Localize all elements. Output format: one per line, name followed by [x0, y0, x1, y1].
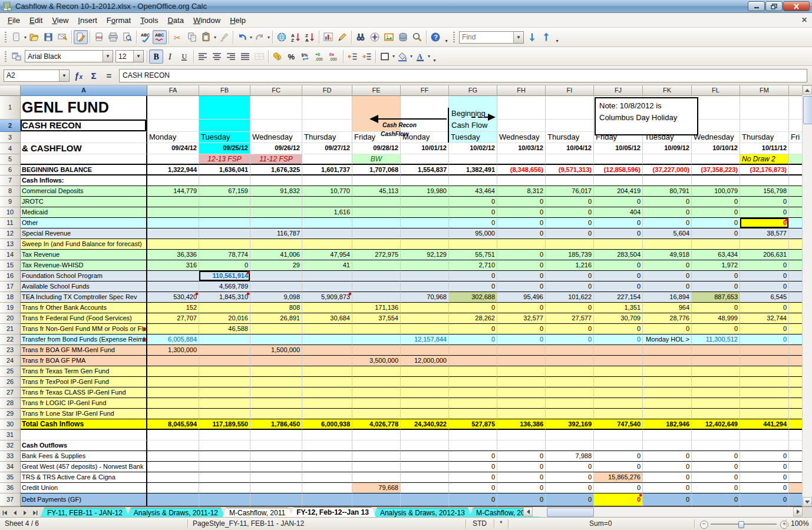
cell-FN12[interactable] — [789, 228, 803, 239]
cell-FK11[interactable]: 0 — [643, 218, 692, 228]
cell-FF25[interactable] — [401, 366, 449, 377]
cell-FF23[interactable] — [401, 345, 449, 356]
cell-FB17[interactable]: 4,569,789 — [199, 281, 250, 292]
cell-FM22[interactable]: 0 — [740, 334, 789, 345]
cell-A37[interactable]: Debt Payments (GF) — [21, 493, 147, 506]
cell-FL31[interactable] — [692, 430, 740, 440]
cell-FG30[interactable]: 527,875 — [449, 419, 497, 430]
row-header-15[interactable]: 15 — [0, 260, 21, 271]
cell-FN2[interactable] — [789, 120, 803, 132]
cell-FE21[interactable] — [352, 324, 401, 334]
cell-FD18[interactable]: 5,909,873 — [302, 292, 352, 303]
cell-FC4[interactable]: 09/26/12 — [250, 143, 302, 154]
cell-FG27[interactable] — [449, 387, 497, 398]
cell-FB1[interactable] — [199, 96, 250, 120]
page-style[interactable]: PageStyle_FY-11, FEB-11 - JAN-12 — [193, 518, 304, 530]
sum-button[interactable]: Σ — [86, 68, 101, 82]
cell-FE36[interactable]: 79,668 — [352, 483, 401, 493]
cell-FD8[interactable]: 10,770 — [302, 186, 352, 197]
cell-FD13[interactable] — [302, 239, 352, 250]
cell-FJ21[interactable]: 0 — [594, 324, 643, 334]
cell-FA4[interactable]: 09/24/12 — [147, 143, 199, 154]
cell-FJ36[interactable]: 0 — [594, 483, 643, 493]
cell-FI31[interactable] — [546, 430, 594, 440]
cell-FD3[interactable]: Thursday — [302, 132, 352, 143]
cell-FE28[interactable] — [352, 398, 401, 409]
cell-FL5[interactable] — [692, 154, 740, 165]
cell-FI26[interactable] — [546, 377, 594, 387]
cell-FD14[interactable]: 47,954 — [302, 250, 352, 260]
cell-FB28[interactable] — [199, 398, 250, 409]
cell-FN1[interactable] — [789, 96, 803, 120]
cell-FI9[interactable]: 0 — [546, 197, 594, 207]
cell-FC18[interactable]: 9,098 — [250, 292, 302, 303]
cell-FM26[interactable] — [740, 377, 789, 387]
cell-FK21[interactable]: 0 — [643, 324, 692, 334]
cell-FE26[interactable] — [352, 377, 401, 387]
cell-FK32[interactable] — [643, 440, 692, 451]
cell-FF31[interactable] — [401, 430, 449, 440]
cell-FI35[interactable]: 0 — [546, 472, 594, 483]
cell-A4[interactable]: & CASHFLOW — [21, 143, 147, 154]
cell-FN4[interactable] — [789, 143, 803, 154]
cell-A16[interactable]: Foundation School Program — [21, 271, 147, 281]
cell-FA18[interactable]: 530,420 — [147, 292, 199, 303]
cell-FK20[interactable]: 28,776 — [643, 313, 692, 324]
cell-FK27[interactable] — [643, 387, 692, 398]
column-header-FD[interactable]: FD — [302, 85, 352, 96]
cell-FD24[interactable] — [302, 356, 352, 366]
add-decimal-button[interactable]: +0.000 — [313, 49, 327, 64]
cell-FD7[interactable] — [302, 175, 352, 186]
cell-FH29[interactable] — [497, 409, 546, 419]
cell-FL7[interactable] — [692, 175, 740, 186]
cell-FM27[interactable] — [740, 387, 789, 398]
cell-FD1[interactable] — [302, 96, 352, 120]
cell-FG4[interactable]: 10/02/12 — [449, 143, 497, 154]
cell-FN27[interactable] — [789, 387, 803, 398]
export-pdf-button[interactable]: PDF — [92, 30, 106, 44]
cell-FJ7[interactable] — [594, 175, 643, 186]
redo-dropdown-icon[interactable]: ▾ — [268, 35, 270, 40]
column-header-FG[interactable]: FG — [449, 85, 497, 96]
cell-FJ8[interactable]: 204,419 — [594, 186, 643, 197]
cell-FB2[interactable] — [199, 120, 250, 132]
cell-FF30[interactable]: 24,340,922 — [401, 419, 449, 430]
cell-FD28[interactable] — [302, 398, 352, 409]
cell-FB21[interactable]: 46,588 — [199, 324, 250, 334]
cell-FH33[interactable]: 0 — [497, 451, 546, 462]
cell-FD16[interactable] — [302, 271, 352, 281]
column-header-FK[interactable]: FK — [643, 85, 692, 96]
copy-button[interactable] — [185, 30, 199, 44]
cell-FF2[interactable] — [401, 120, 449, 132]
cell-FM28[interactable] — [740, 398, 789, 409]
cell-FF27[interactable] — [401, 387, 449, 398]
cell-FL34[interactable]: 0 — [692, 462, 740, 472]
cell-FN22[interactable] — [789, 334, 803, 345]
open-button[interactable] — [27, 30, 41, 44]
cell-FH2[interactable] — [497, 120, 546, 132]
cell-FI27[interactable] — [546, 387, 594, 398]
menu-item-format[interactable]: Format — [102, 14, 136, 26]
cell-FA9[interactable] — [147, 197, 199, 207]
cell-FK13[interactable] — [643, 239, 692, 250]
cell-FI5[interactable] — [546, 154, 594, 165]
cell-FG32[interactable] — [449, 440, 497, 451]
cell-FF24[interactable]: 12,000,000 — [401, 356, 449, 366]
cell-A9[interactable]: JROTC — [21, 197, 147, 207]
cell-A6[interactable]: BEGINNING BALANCE — [21, 165, 147, 175]
cell-FG9[interactable]: 0 — [449, 197, 497, 207]
cell-FI8[interactable]: 76,017 — [546, 186, 594, 197]
cell-FC31[interactable] — [250, 430, 302, 440]
column-header-FA[interactable]: FA — [147, 85, 199, 96]
cell-FE10[interactable] — [352, 207, 401, 218]
cell-FM30[interactable]: 441,294 — [740, 419, 789, 430]
cell-A23[interactable]: Trans fr BOA GF MM-Genl Fund — [21, 345, 147, 356]
cell-FM36[interactable]: 0 — [740, 483, 789, 493]
cell-FB16[interactable]: 110,561,914 — [199, 271, 250, 281]
cell-FM20[interactable]: 32,744 — [740, 313, 789, 324]
cell-FH32[interactable] — [497, 440, 546, 451]
cell-FL37[interactable]: 0 — [692, 493, 740, 506]
cell-FH7[interactable] — [497, 175, 546, 186]
cell-FC13[interactable] — [250, 239, 302, 250]
function-button[interactable]: = — [101, 68, 117, 82]
